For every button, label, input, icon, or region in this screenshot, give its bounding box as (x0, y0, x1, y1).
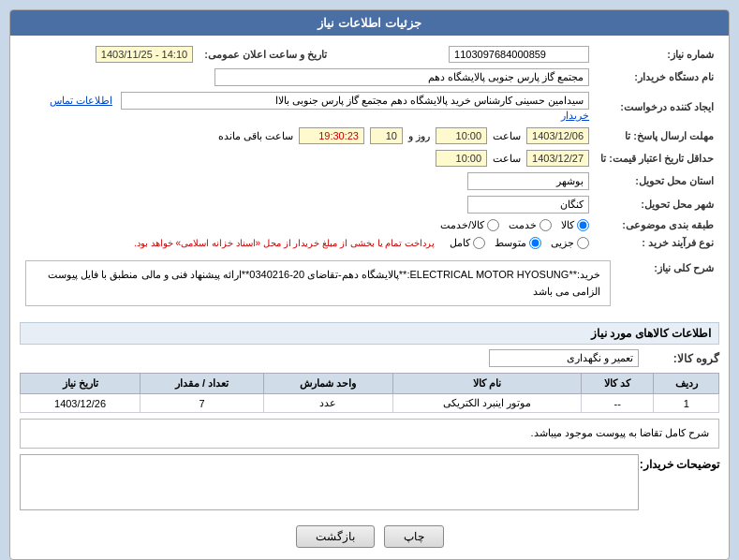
hadaghal-value: 1403/12/27 ساعت 10:00 (20, 147, 595, 169)
tarikh-label: تاریخ و ساعت اعلان عمومی: (199, 43, 346, 66)
etelaat-title: اطلاعات کالاهای مورد نیاز (20, 322, 719, 345)
shomare-label: شماره نیاز: (595, 43, 719, 66)
tabaqe-value: کالا خدمت کالا/خدمت (20, 216, 595, 234)
radio-kamel[interactable]: کامل (450, 237, 485, 249)
radio-kamel-input[interactable] (473, 237, 485, 249)
ostan-input: بوشهر (467, 172, 589, 190)
hadaghal-saat: 10:00 (436, 150, 487, 167)
row-ostan: استان محل تحویل: بوشهر (20, 169, 719, 193)
radio-kala-khedmat-label: کالا/خدمت (440, 219, 484, 231)
radio-motavaset-input[interactable] (529, 237, 541, 249)
ijad-label: ایجاد کننده درخواست: (595, 89, 719, 125)
hadaghal-saat-label: ساعت (493, 153, 521, 165)
radio-kala[interactable]: کالا (561, 219, 589, 231)
tarikh-value: 1403/11/25 - 14:10 (20, 43, 199, 66)
radio-jozi[interactable]: جزیی (551, 237, 589, 249)
card-body: شماره نیاز: 1103097684000859 تاریخ و ساع… (10, 36, 729, 559)
table-body: 1 -- موتور اینبرد الکتریکی عدد 7 1403/12… (21, 394, 719, 413)
row-shomare-tarikh: شماره نیاز: 1103097684000859 تاریخ و ساع… (20, 43, 719, 66)
col-kod: کد کالا (582, 374, 654, 394)
col-tarikh: تاریخ نیاز (21, 374, 140, 394)
main-card: جزئیات اطلاعات نیاز شماره نیاز: 11030976… (9, 9, 730, 560)
cell-nam: موتور اینبرد الکتریکی (392, 394, 582, 413)
tozi-wrapper: توضیحات خریدار: (20, 454, 719, 510)
ostan-value: بوشهر (20, 169, 595, 193)
col-vahed: واحد شمارش (264, 374, 392, 394)
group-kala-input: تعمیر و نگهداری (489, 349, 639, 367)
col-nam: نام کالا (392, 374, 582, 394)
radio-kala-khedmat-input[interactable] (487, 219, 499, 231)
page-container: جزئیات اطلاعات نیاز شماره نیاز: 11030976… (9, 9, 730, 560)
nam-dastgah-input: مجتمع گاز پارس جنوبی پالایشگاه دهم (214, 68, 589, 86)
radio-jozi-input[interactable] (577, 237, 589, 249)
hadaghal-label: حداقل تاریخ اعتبار قیمت: تا (595, 147, 719, 169)
table-head: ردیف کد کالا نام کالا واحد شمارش تعداد /… (21, 374, 719, 394)
row-ijad: ایجاد کننده درخواست: سیدامین حسینی کارشن… (20, 89, 719, 125)
nam-dastgah-value: مجتمع گاز پارس جنوبی پالایشگاه دهم (20, 66, 595, 89)
sharh-kamil-text: شرح کامل تقاضا به پیوست موجود میباشد. (531, 427, 709, 438)
group-kala-label: گروه کالا: (644, 352, 719, 365)
btn-print[interactable]: چاپ (384, 525, 444, 548)
cell-tedad: 7 (140, 394, 264, 413)
ijad-value: سیدامین حسینی کارشناس خرید پالایشگاه دهم… (20, 89, 595, 125)
cell-vahed: عدد (264, 394, 392, 413)
nooe-label: نوع فرآیند خرید : (595, 234, 719, 252)
row-hadaghal: حداقل تاریخ اعتبار قیمت: تا 1403/12/27 س… (20, 147, 719, 169)
mohlat-saat: 10:00 (436, 127, 487, 144)
row-sharh: شرح کلی نیاز: خرید:**ELECTRICAL MOTOR HY… (20, 258, 719, 315)
col-tedad: تعداد / مقدار (140, 374, 264, 394)
nooe-note: پرداخت تمام یا بخشی از مبلغ خریدار از مح… (134, 238, 435, 248)
roz-label: روز و (408, 130, 430, 142)
info-table: شماره نیاز: 1103097684000859 تاریخ و ساع… (20, 43, 719, 252)
row-mohlat: مهلت ارسال پاسخ: تا 1403/12/06 ساعت 10:0… (20, 125, 719, 147)
radio-khedmat-label: خدمت (509, 219, 537, 231)
header-row: ردیف کد کالا نام کالا واحد شمارش تعداد /… (21, 374, 719, 394)
radio-kala-label: کالا (561, 219, 574, 231)
tozi-label: توضیحات خریدار: (644, 454, 719, 471)
ostan-label: استان محل تحویل: (595, 169, 719, 193)
nooe-value: جزیی متوسط کامل (20, 234, 595, 252)
sharh-kamil-box: شرح کامل تقاضا به پیوست موجود میباشد. (20, 419, 719, 449)
row-nooe: نوع فرآیند خرید : جزیی متوسط (20, 234, 719, 252)
nam-dastgah-label: نام دستگاه خریدار: (595, 66, 719, 89)
radio-kala-input[interactable] (577, 219, 589, 231)
sharh-value: خرید:**ELECTRICAL MOTOR HYOSUNG:**پالایش… (20, 258, 616, 315)
radio-khedmat[interactable]: خدمت (509, 219, 552, 231)
table-row: 1 -- موتور اینبرد الکتریکی عدد 7 1403/12… (21, 394, 719, 413)
mohlat-label: مهلت ارسال پاسخ: تا (595, 125, 719, 147)
cell-kod: -- (582, 394, 654, 413)
cell-tarikh: 1403/12/26 (21, 394, 140, 413)
radio-motavaset-label: متوسط (495, 237, 526, 249)
radio-jozi-label: جزیی (551, 237, 574, 249)
sharh-label: شرح کلی نیاز: (616, 258, 719, 315)
mohlat-date: 1403/12/06 (526, 127, 589, 144)
radio-motavaset[interactable]: متوسط (495, 237, 541, 249)
cell-radif: 1 (654, 394, 719, 413)
sharh-note: خرید:**ELECTRICAL MOTOR HYOSUNG:**پالایش… (25, 260, 611, 306)
tozi-textarea[interactable] (20, 454, 639, 510)
shomare-input: 1103097684000859 (449, 46, 589, 63)
baqi-label: ساعت باقی مانده (218, 130, 293, 142)
shomare-value: 1103097684000859 (346, 43, 595, 66)
btn-row: چاپ بازگشت (20, 518, 719, 552)
tabaqe-label: طبقه بندی موضوعی: (595, 216, 719, 234)
page-title: جزئیات اطلاعات نیاز (318, 16, 421, 30)
shahr-value: کنگان (20, 193, 595, 216)
btn-back[interactable]: بازگشت (296, 525, 375, 548)
row-tabaqe: طبقه بندی موضوعی: کالا خدمت (20, 216, 719, 234)
radio-khedmat-input[interactable] (539, 219, 552, 231)
shahr-label: شهر محل تحویل: (595, 193, 719, 216)
saat-label: ساعت (493, 130, 521, 142)
ijad-input: سیدامین حسینی کارشناس خرید پالایشگاه دهم… (121, 92, 589, 110)
row-nam-dastgah: نام دستگاه خریدار: مجتمع گاز پارس جنوبی … (20, 66, 719, 89)
mohlat-value: 1403/12/06 ساعت 10:00 روز و 10 19:30:23 … (20, 125, 595, 147)
radio-kamel-label: کامل (450, 237, 470, 249)
col-radif: ردیف (654, 374, 719, 394)
radio-kala-khedmat[interactable]: کالا/خدمت (440, 219, 499, 231)
shahr-input: کنگان (467, 196, 589, 214)
row-shahr: شهر محل تحویل: کنگان (20, 193, 719, 216)
mohlat-roz: 10 (370, 127, 403, 144)
group-kala-row: گروه کالا: تعمیر و نگهداری (20, 349, 719, 367)
card-header: جزئیات اطلاعات نیاز (10, 10, 729, 36)
tarikh-date: 1403/11/25 - 14:10 (96, 46, 193, 63)
